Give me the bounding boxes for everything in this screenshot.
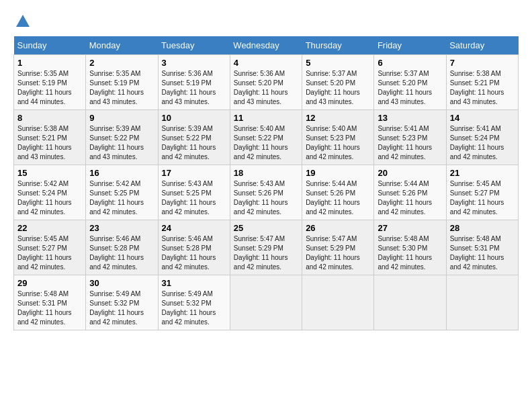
day-info: Sunrise: 5:46 AMSunset: 5:28 PMDaylight:… <box>89 235 144 271</box>
day-info: Sunrise: 5:40 AMSunset: 5:23 PMDaylight:… <box>306 125 360 161</box>
calendar-cell: 21 Sunrise: 5:45 AMSunset: 5:27 PMDaylig… <box>446 165 518 220</box>
day-info: Sunrise: 5:40 AMSunset: 5:22 PMDaylight:… <box>234 125 288 161</box>
calendar-table: SundayMondayTuesdayWednesdayThursdayFrid… <box>13 36 519 330</box>
day-info: Sunrise: 5:43 AMSunset: 5:26 PMDaylight:… <box>234 180 288 216</box>
svg-marker-0 <box>16 15 30 27</box>
day-info: Sunrise: 5:38 AMSunset: 5:21 PMDaylight:… <box>450 70 504 105</box>
calendar-cell: 2 Sunrise: 5:35 AMSunset: 5:19 PMDayligh… <box>86 55 158 110</box>
calendar-cell: 3 Sunrise: 5:36 AMSunset: 5:19 PMDayligh… <box>158 55 230 110</box>
calendar-cell: 26 Sunrise: 5:47 AMSunset: 5:29 PMDaylig… <box>302 220 374 275</box>
day-info: Sunrise: 5:44 AMSunset: 5:26 PMDaylight:… <box>378 180 432 216</box>
calendar-cell: 8 Sunrise: 5:38 AMSunset: 5:21 PMDayligh… <box>14 110 86 165</box>
calendar-cell: 13 Sunrise: 5:41 AMSunset: 5:23 PMDaylig… <box>374 110 446 165</box>
day-number: 19 <box>306 168 370 178</box>
calendar-cell: 5 Sunrise: 5:37 AMSunset: 5:20 PMDayligh… <box>302 55 374 110</box>
day-number: 2 <box>89 58 154 68</box>
calendar-cell <box>446 275 518 330</box>
day-info: Sunrise: 5:42 AMSunset: 5:25 PMDaylight:… <box>89 180 144 216</box>
day-number: 21 <box>450 168 515 178</box>
day-number: 20 <box>378 168 442 178</box>
day-header-monday: Monday <box>86 36 158 55</box>
calendar-week-row: 22 Sunrise: 5:45 AMSunset: 5:27 PMDaylig… <box>14 220 519 275</box>
day-number: 9 <box>89 113 154 123</box>
day-info: Sunrise: 5:49 AMSunset: 5:32 PMDaylight:… <box>89 290 144 326</box>
calendar-cell: 31 Sunrise: 5:49 AMSunset: 5:32 PMDaylig… <box>158 275 230 330</box>
day-number: 14 <box>450 113 515 123</box>
day-info: Sunrise: 5:36 AMSunset: 5:19 PMDaylight:… <box>162 70 216 105</box>
day-info: Sunrise: 5:48 AMSunset: 5:30 PMDaylight:… <box>378 235 432 271</box>
calendar-cell <box>230 275 302 330</box>
calendar-cell: 12 Sunrise: 5:40 AMSunset: 5:23 PMDaylig… <box>302 110 374 165</box>
calendar-cell: 19 Sunrise: 5:44 AMSunset: 5:26 PMDaylig… <box>302 165 374 220</box>
calendar-week-row: 15 Sunrise: 5:42 AMSunset: 5:24 PMDaylig… <box>14 165 519 220</box>
day-number: 10 <box>162 113 226 123</box>
day-info: Sunrise: 5:46 AMSunset: 5:28 PMDaylight:… <box>162 235 216 271</box>
calendar-cell: 9 Sunrise: 5:39 AMSunset: 5:22 PMDayligh… <box>86 110 158 165</box>
day-info: Sunrise: 5:44 AMSunset: 5:26 PMDaylight:… <box>306 180 360 216</box>
day-info: Sunrise: 5:43 AMSunset: 5:25 PMDaylight:… <box>162 180 216 216</box>
calendar-header-row: SundayMondayTuesdayWednesdayThursdayFrid… <box>14 36 519 55</box>
day-number: 6 <box>378 58 442 68</box>
calendar-week-row: 8 Sunrise: 5:38 AMSunset: 5:21 PMDayligh… <box>14 110 519 165</box>
day-header-saturday: Saturday <box>446 36 518 55</box>
day-number: 28 <box>450 223 515 233</box>
day-header-friday: Friday <box>374 36 446 55</box>
calendar-cell: 24 Sunrise: 5:46 AMSunset: 5:28 PMDaylig… <box>158 220 230 275</box>
calendar-cell: 30 Sunrise: 5:49 AMSunset: 5:32 PMDaylig… <box>86 275 158 330</box>
day-number: 27 <box>378 223 442 233</box>
page-header <box>13 13 519 30</box>
day-number: 13 <box>378 113 442 123</box>
day-info: Sunrise: 5:41 AMSunset: 5:24 PMDaylight:… <box>450 125 504 161</box>
calendar-cell <box>374 275 446 330</box>
day-number: 4 <box>234 58 298 68</box>
calendar-cell: 6 Sunrise: 5:37 AMSunset: 5:20 PMDayligh… <box>374 55 446 110</box>
day-number: 22 <box>17 223 82 233</box>
calendar-cell: 11 Sunrise: 5:40 AMSunset: 5:22 PMDaylig… <box>230 110 302 165</box>
calendar-cell: 17 Sunrise: 5:43 AMSunset: 5:25 PMDaylig… <box>158 165 230 220</box>
calendar-cell: 22 Sunrise: 5:45 AMSunset: 5:27 PMDaylig… <box>14 220 86 275</box>
day-info: Sunrise: 5:37 AMSunset: 5:20 PMDaylight:… <box>378 70 432 105</box>
day-info: Sunrise: 5:39 AMSunset: 5:22 PMDaylight:… <box>162 125 216 161</box>
day-info: Sunrise: 5:41 AMSunset: 5:23 PMDaylight:… <box>378 125 432 161</box>
logo-icon <box>15 13 31 30</box>
day-number: 18 <box>234 168 298 178</box>
day-info: Sunrise: 5:42 AMSunset: 5:24 PMDaylight:… <box>17 180 72 216</box>
day-number: 1 <box>17 58 82 68</box>
calendar-cell: 25 Sunrise: 5:47 AMSunset: 5:29 PMDaylig… <box>230 220 302 275</box>
calendar-cell: 1 Sunrise: 5:35 AMSunset: 5:19 PMDayligh… <box>14 55 86 110</box>
day-info: Sunrise: 5:47 AMSunset: 5:29 PMDaylight:… <box>234 235 288 271</box>
calendar-cell: 18 Sunrise: 5:43 AMSunset: 5:26 PMDaylig… <box>230 165 302 220</box>
day-info: Sunrise: 5:36 AMSunset: 5:20 PMDaylight:… <box>234 70 288 105</box>
day-info: Sunrise: 5:35 AMSunset: 5:19 PMDaylight:… <box>17 70 72 105</box>
day-header-sunday: Sunday <box>14 36 86 55</box>
calendar-cell: 16 Sunrise: 5:42 AMSunset: 5:25 PMDaylig… <box>86 165 158 220</box>
calendar-cell: 28 Sunrise: 5:48 AMSunset: 5:31 PMDaylig… <box>446 220 518 275</box>
day-number: 23 <box>89 223 154 233</box>
day-header-wednesday: Wednesday <box>230 36 302 55</box>
day-header-thursday: Thursday <box>302 36 374 55</box>
calendar-cell: 29 Sunrise: 5:48 AMSunset: 5:31 PMDaylig… <box>14 275 86 330</box>
day-number: 17 <box>162 168 226 178</box>
day-number: 11 <box>234 113 298 123</box>
calendar-cell: 14 Sunrise: 5:41 AMSunset: 5:24 PMDaylig… <box>446 110 518 165</box>
calendar-cell: 23 Sunrise: 5:46 AMSunset: 5:28 PMDaylig… <box>86 220 158 275</box>
day-number: 29 <box>17 278 82 288</box>
day-number: 3 <box>162 58 226 68</box>
day-info: Sunrise: 5:37 AMSunset: 5:20 PMDaylight:… <box>306 70 360 105</box>
day-info: Sunrise: 5:35 AMSunset: 5:19 PMDaylight:… <box>89 70 144 105</box>
day-info: Sunrise: 5:47 AMSunset: 5:29 PMDaylight:… <box>306 235 360 271</box>
calendar-week-row: 1 Sunrise: 5:35 AMSunset: 5:19 PMDayligh… <box>14 55 519 110</box>
calendar-cell: 4 Sunrise: 5:36 AMSunset: 5:20 PMDayligh… <box>230 55 302 110</box>
day-info: Sunrise: 5:39 AMSunset: 5:22 PMDaylight:… <box>89 125 144 161</box>
day-number: 25 <box>234 223 298 233</box>
day-info: Sunrise: 5:49 AMSunset: 5:32 PMDaylight:… <box>162 290 216 326</box>
day-number: 16 <box>89 168 154 178</box>
day-info: Sunrise: 5:38 AMSunset: 5:21 PMDaylight:… <box>17 125 72 161</box>
day-number: 24 <box>162 223 226 233</box>
day-number: 26 <box>306 223 370 233</box>
day-info: Sunrise: 5:45 AMSunset: 5:27 PMDaylight:… <box>17 235 72 271</box>
day-number: 8 <box>17 113 82 123</box>
calendar-cell: 20 Sunrise: 5:44 AMSunset: 5:26 PMDaylig… <box>374 165 446 220</box>
day-info: Sunrise: 5:48 AMSunset: 5:31 PMDaylight:… <box>17 290 72 326</box>
day-number: 12 <box>306 113 370 123</box>
